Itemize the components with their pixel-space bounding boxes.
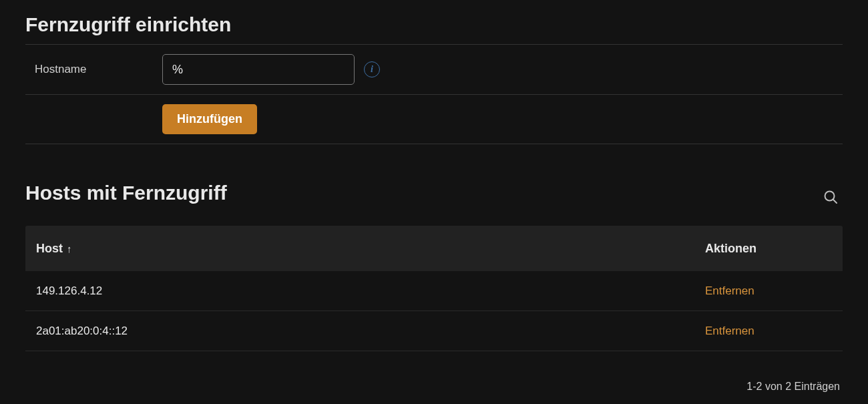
host-cell: 149.126.4.12 (36, 284, 705, 298)
pagination-info: 1-2 von 2 Einträgen (25, 381, 843, 393)
hostname-label: Hostname (25, 63, 162, 76)
table-row: 2a01:ab20:0:4::12 Entfernen (25, 311, 843, 351)
button-row: Hinzufügen (25, 95, 843, 144)
hosts-table: Host ↑ Aktionen 149.126.4.12 Entfernen 2… (25, 226, 843, 351)
search-icon (823, 189, 839, 205)
hostname-input[interactable] (162, 54, 355, 85)
table-header: Host ↑ Aktionen (25, 226, 843, 271)
info-icon[interactable]: i (364, 61, 380, 77)
host-cell: 2a01:ab20:0:4::12 (36, 325, 705, 338)
remove-link[interactable]: Entfernen (705, 284, 754, 297)
sort-ascending-icon: ↑ (67, 243, 72, 254)
setup-title: Fernzugriff einrichten (25, 13, 843, 36)
remove-link[interactable]: Entfernen (705, 325, 754, 337)
add-button[interactable]: Hinzufügen (162, 104, 257, 134)
svg-line-1 (833, 200, 837, 204)
list-title: Hosts mit Fernzugriff (25, 182, 227, 204)
column-host-label: Host (36, 242, 63, 256)
column-host[interactable]: Host ↑ (36, 242, 705, 256)
column-actions: Aktionen (705, 242, 832, 256)
table-row: 149.126.4.12 Entfernen (25, 271, 843, 311)
hostname-row: Hostname i (25, 45, 843, 95)
search-button[interactable] (819, 185, 843, 209)
